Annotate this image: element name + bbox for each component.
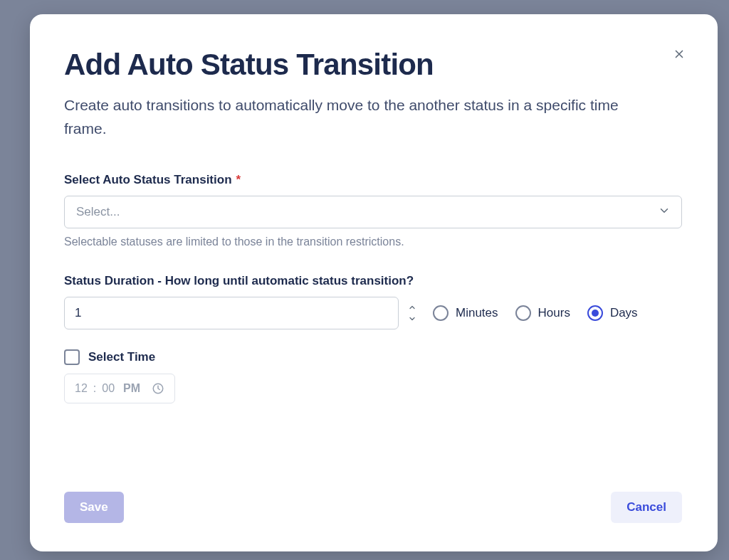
label-text: Select Auto Status Transition <box>64 173 232 187</box>
time-hour: 12 <box>75 382 88 395</box>
modal-title: Add Auto Status Transition <box>64 48 682 81</box>
modal-description: Create auto transitions to automatically… <box>64 94 648 140</box>
time-minute: 00 <box>102 382 115 395</box>
time-separator: : <box>93 382 96 395</box>
chevron-down-icon <box>408 315 416 323</box>
increment-button[interactable] <box>406 302 419 313</box>
time-input[interactable]: 12 : 00 PM <box>64 374 175 403</box>
status-select-input[interactable]: Select... <box>64 196 682 228</box>
radio-icon <box>515 305 531 321</box>
modal-add-auto-status-transition: Add Auto Status Transition Create auto t… <box>30 14 718 551</box>
clock-icon <box>152 382 164 395</box>
status-select-helper: Selectable statuses are limited to those… <box>64 236 682 248</box>
radio-icon <box>433 305 449 321</box>
radio-days[interactable]: Days <box>587 305 638 321</box>
radio-label: Days <box>610 306 638 320</box>
duration-unit-radios: Minutes Hours Days <box>433 305 638 321</box>
modal-footer: Save Cancel <box>64 477 682 523</box>
time-meridiem: PM <box>123 382 140 395</box>
chevron-up-icon <box>408 303 416 312</box>
required-marker: * <box>236 173 241 187</box>
radio-label: Minutes <box>456 306 498 320</box>
radio-minutes[interactable]: Minutes <box>433 305 498 321</box>
duration-input[interactable] <box>64 297 399 329</box>
save-button[interactable]: Save <box>64 492 124 523</box>
cancel-button[interactable]: Cancel <box>611 492 682 523</box>
duration-label: Status Duration - How long until automat… <box>64 274 682 288</box>
close-button[interactable] <box>669 44 689 64</box>
close-icon <box>673 48 686 60</box>
select-time-label: Select Time <box>88 350 155 364</box>
status-select-label: Select Auto Status Transition * <box>64 173 682 187</box>
decrement-button[interactable] <box>406 313 419 324</box>
select-time-checkbox[interactable] <box>64 349 80 365</box>
radio-label: Hours <box>538 306 570 320</box>
radio-hours[interactable]: Hours <box>515 305 570 321</box>
radio-icon <box>587 305 603 321</box>
radio-dot-icon <box>592 310 599 317</box>
select-placeholder: Select... <box>76 205 120 219</box>
